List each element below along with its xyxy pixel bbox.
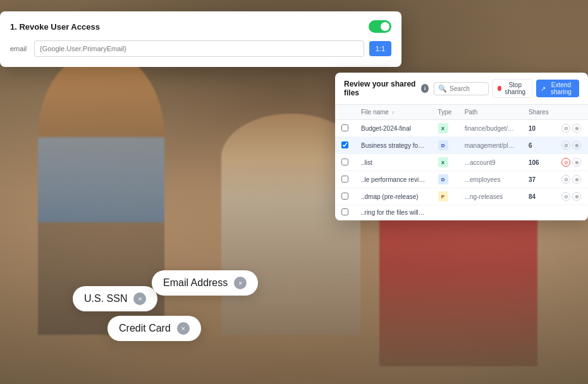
file-shares-cell [522,205,555,220]
sort-arrow-name: ↑ [392,110,395,116]
file-checkbox[interactable] [341,176,348,183]
revoke-action-button[interactable]: 1:1 [369,41,391,56]
file-name-cell: ..dmap (pre-release) [355,188,432,205]
file-path-cell [458,205,522,220]
credit-card-tag-close[interactable]: × [177,322,190,335]
file-path-cell: ...ng-releases [458,188,522,205]
col-type[interactable]: Type [432,105,458,120]
file-share-icon[interactable]: ⊕ [572,175,581,184]
files-table: File name ↑ Type Path Shares Budget-2024… [335,105,588,220]
email-tag-label: Email Address [163,277,228,289]
credit-card-tag-label: Credit Card [119,323,171,334]
file-name-cell: Budget-2024-final [355,120,432,137]
file-name-cell: ..ring for the files will b... [355,205,432,220]
file-actions-cell: ⊘ ⊕ [555,120,588,137]
file-name-cell: Business strategy for 2024 [355,137,432,154]
ssn-tag-pill: U.S. SSN × [73,286,157,311]
file-stop-icon[interactable]: ⊘ [561,192,570,201]
file-actions-cell [555,205,588,220]
file-shares-cell: 10 [522,120,555,137]
files-actions-bar: 🔍 Stop sharing ↗ Extend sharing [434,79,579,98]
col-actions [555,105,588,120]
files-search-input[interactable] [450,85,484,92]
stop-icon [498,86,501,91]
file-shares-cell: 84 [522,188,555,205]
file-path-cell: finance/budget/2024/ [458,120,522,137]
col-shares[interactable]: Shares [522,105,555,120]
file-share-icon[interactable]: ⊕ [572,141,581,150]
review-shared-files-card: Review your shared files i 🔍 Stop sharin… [335,73,588,220]
file-checkbox[interactable] [341,124,348,131]
credit-card-tag-pill: Credit Card × [107,316,201,341]
file-path-cell: ...account9 [458,154,522,171]
file-checkbox[interactable] [341,159,348,165]
info-icon: i [421,84,429,93]
revoke-email-input[interactable] [34,40,364,57]
email-tag-close[interactable]: × [234,277,247,289]
file-type-cell: X [432,154,458,171]
file-stop-icon[interactable]: ⊘ [561,141,570,150]
file-stop-icon[interactable]: ⊘ [561,124,570,133]
revoke-user-access-card: 1. Revoke User Access email 1:1 [0,11,401,67]
file-shares-cell: 37 [522,171,555,188]
file-actions-cell: ⊘ ⊕ [555,188,588,205]
files-search-box[interactable]: 🔍 [434,82,489,95]
table-row: ..le performance reviewD...employees37 ⊘… [335,171,588,188]
file-actions-cell: ⊘ ⊕ [555,171,588,188]
file-actions-cell: ⊘ ⊕ [555,154,588,171]
file-share-icon[interactable]: ⊕ [572,158,581,167]
file-checkbox[interactable] [341,193,348,200]
file-checkbox[interactable] [341,208,348,215]
file-type-cell: D [432,171,458,188]
table-row: Budget-2024-finalXfinance/budget/2024/10… [335,120,588,137]
table-row: Business strategy for 2024Dmanagement/pl… [335,137,588,154]
file-stop-icon[interactable]: ⊘ [561,158,570,167]
revoke-toggle[interactable] [369,20,391,33]
file-name-cell: ..le performance review [355,171,432,188]
extend-sharing-button[interactable]: ↗ Extend sharing [536,80,579,97]
file-path-cell: management/plan/2024/ [458,137,522,154]
revoke-card-title: 1. Revoke User Access [10,22,100,32]
revoke-field-label: email [10,45,29,52]
file-path-cell: ...employees [458,171,522,188]
file-actions-cell: ⊘ ⊕ [555,137,588,154]
file-share-icon[interactable]: ⊕ [572,124,581,133]
col-checkbox [335,105,355,120]
file-type-cell: P [432,188,458,205]
stop-sharing-button[interactable]: Stop sharing [493,79,532,98]
col-filename[interactable]: File name ↑ [355,105,432,120]
table-row: ..ring for the files will b... [335,205,588,220]
extend-icon: ↗ [541,85,546,92]
file-name-cell: ..list [355,154,432,171]
file-shares-cell: 106 [522,154,555,171]
table-row: ..dmap (pre-release)P...ng-releases84 ⊘ … [335,188,588,205]
file-checkbox[interactable] [341,141,348,148]
ssn-tag-label: U.S. SSN [84,293,127,304]
file-type-cell [432,205,458,220]
email-tag-pill: Email Address × [152,270,258,296]
files-card-title: Review your shared files i [344,80,429,97]
table-row: ..listX...account9106 ⊘ ⊕ [335,154,588,171]
file-share-icon[interactable]: ⊕ [572,192,581,201]
file-type-cell: D [432,137,458,154]
search-icon: 🔍 [438,85,447,93]
file-type-cell: X [432,120,458,137]
files-card-header: Review your shared files i 🔍 Stop sharin… [335,73,588,105]
file-shares-cell: 6 [522,137,555,154]
col-path[interactable]: Path [458,105,522,120]
file-stop-icon[interactable]: ⊘ [561,175,570,184]
files-table-header-row: File name ↑ Type Path Shares [335,105,588,120]
ssn-tag-close[interactable]: × [133,292,146,305]
